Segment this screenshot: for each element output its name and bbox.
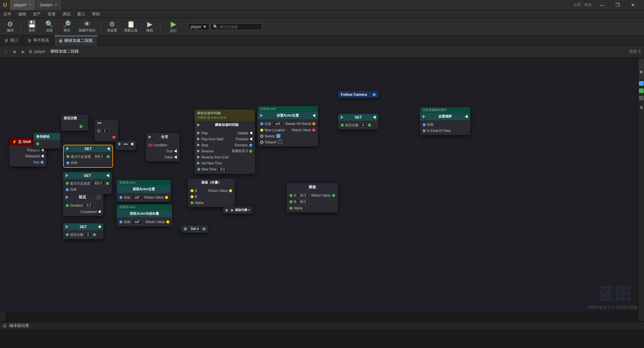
- timeline-stop-label: Stop: [201, 143, 208, 147]
- sidebar-right-btn-1[interactable]: [639, 81, 644, 86]
- tab-sedan[interactable]: Sedan• ✕: [36, 0, 62, 10]
- hide-unrelated-button[interactable]: 👁 隐藏不相关: [76, 19, 98, 34]
- set-300-speed-label: 最大行走速度: [70, 181, 90, 186]
- tab-player-close[interactable]: ✕: [29, 3, 31, 7]
- set-600-header: SET: [64, 145, 112, 152]
- set-presscount-top-out: [373, 116, 376, 119]
- node-set-600[interactable]: SET 最大行走速度 600.0 目标: [63, 145, 113, 168]
- forward-button[interactable]: ▶: [19, 48, 27, 55]
- node-set-actor-pos[interactable]: 目标是Actor 设置Actor位置 目标 self Sweep Hit Res…: [258, 106, 318, 146]
- node-set-presscount-top[interactable]: SET 按压次数 0: [338, 114, 378, 130]
- node-gte[interactable]: >= 2: [95, 120, 118, 141]
- node-follow-camera[interactable]: Follow Camera: [338, 91, 378, 98]
- menu-file[interactable]: 文件: [0, 10, 15, 18]
- tab-viewport[interactable]: ⊞ 视口: [0, 36, 23, 46]
- node-lerp-vector[interactable]: 插值（向量） A Return Value B Alpha: [188, 179, 235, 207]
- node-branch[interactable]: 分支 Condition True False: [146, 133, 179, 161]
- simulate-button[interactable]: ▶ 模拟: [142, 19, 158, 34]
- set-actor-target-label: 目标: [265, 122, 271, 126]
- viewport-label: 视口: [10, 38, 18, 43]
- set-presscount-bot-body: 按压次数 0: [63, 230, 103, 239]
- class-defaults-button[interactable]: 📋 类默认值: [121, 19, 140, 34]
- timeline-setnew-row: Set New Time: [195, 160, 255, 166]
- node-increment[interactable]: ++: [116, 141, 136, 150]
- node-set-300[interactable]: SET 最大行走速度 300.0 目标: [63, 172, 112, 194]
- sidebar-right-vars[interactable]: 变量: [639, 59, 644, 79]
- node-val-500[interactable]: 500.0: [181, 225, 208, 233]
- set-presscount-bot-label: 按压次数: [70, 232, 84, 237]
- menu-window[interactable]: 窗口: [74, 10, 89, 18]
- menu-help[interactable]: 帮助: [89, 10, 103, 18]
- set-fov-exec-in: [423, 115, 425, 118]
- menu-view[interactable]: 查看: [44, 10, 59, 18]
- node-set-fov[interactable]: 目标是摄像机组件 设置视野 目标 In Field Of View: [420, 107, 470, 135]
- branch-cond-row: Condition: [146, 142, 179, 148]
- get-actor-fwd-ret-pin: [166, 220, 169, 223]
- node-char-move[interactable]: 角色移动: [34, 133, 60, 148]
- node-set-presscount-bot[interactable]: SET 按压次数 0: [63, 223, 103, 239]
- run-button[interactable]: ▶ 运行: [163, 19, 183, 34]
- compile-label: 编译: [7, 28, 13, 33]
- save-icon: 💾: [28, 21, 36, 27]
- node-delay[interactable]: 延迟 Duration 0.2 Completed: [63, 193, 103, 216]
- tab-event-graph[interactable]: ⊞ 事件图表: [23, 36, 54, 46]
- sidebar-right-btn-2[interactable]: [639, 88, 644, 93]
- bottom-header: ⚙ 编译器结果: [0, 322, 644, 330]
- set-actor-target-pin: [260, 122, 263, 125]
- tab-player[interactable]: player• ✕: [10, 0, 36, 10]
- tab-teleport-jump[interactable]: ⊞ 瞬移加速二段跳: [54, 36, 98, 46]
- timeline-finished-label: Finished: [235, 137, 248, 141]
- compile-button[interactable]: ⚙ 编译: [2, 19, 18, 34]
- find-icon: 🔎: [63, 21, 71, 27]
- find-button[interactable]: 🔎 查找: [59, 19, 75, 34]
- follow-camera-title: Follow Camera: [341, 92, 371, 96]
- blueprint-canvas[interactable]: ⚡ 左 Shift Pressed Released Key: [0, 58, 644, 311]
- node-lerp-float[interactable]: 插值 A 50.0 Return Value B 90.0: [287, 183, 338, 212]
- press-count-out-pin: [79, 125, 83, 128]
- favorite-star-icon[interactable]: ☆: [3, 48, 8, 55]
- node-get-actor-fwd[interactable]: 目标是Actor 获取Actor向前向量 目标 self Return Valu…: [117, 204, 172, 226]
- tab-sedan-close[interactable]: ✕: [55, 3, 57, 7]
- node-get-actor-pos[interactable]: 目标是Actor 获取Actor位置 目标 self Return Value: [117, 180, 171, 202]
- menu-edit[interactable]: 编辑: [15, 10, 30, 18]
- set-actor-teleport-checkbox[interactable]: [278, 140, 282, 144]
- node-press-count[interactable]: 按压次数: [61, 115, 88, 131]
- save-button[interactable]: 💾 保存: [24, 19, 40, 34]
- sidebar-right-btn-3[interactable]: [639, 96, 644, 100]
- get-actor-fwd-header: 获取Actor向前向量: [117, 210, 172, 217]
- menu-debug[interactable]: 调试: [59, 10, 74, 18]
- breadcrumb-player[interactable]: player: [34, 49, 45, 54]
- close-button[interactable]: ✕: [625, 0, 641, 10]
- get-actor-pos-self: self: [132, 195, 142, 200]
- set-actor-sweep-checkbox[interactable]: [276, 134, 280, 138]
- delay-completed-row: Completed: [63, 209, 103, 215]
- menu-assets[interactable]: 资产: [30, 10, 44, 18]
- debug-filter-input[interactable]: [219, 25, 260, 29]
- set-fov-val-pin: [423, 129, 426, 132]
- lerp-vec-a-pin: [191, 189, 194, 192]
- player-dropdown[interactable]: player ▼: [188, 23, 209, 30]
- browse-button[interactable]: 🔍 浏览: [41, 19, 57, 34]
- get-actor-pos-title: 获取Actor位置: [119, 187, 168, 192]
- set-600-target-label: 目标: [71, 160, 77, 165]
- node-timeline-info[interactable]: 瞬移加速时间轴 已暂停 @ 0.00 s (0.0) 瞬移加速时间轴 Play …: [195, 110, 255, 174]
- class-settings-button[interactable]: ⚙ 类设置: [104, 19, 120, 34]
- maximize-button[interactable]: ❐: [610, 0, 625, 10]
- branch-exec-in: [149, 135, 151, 139]
- minimize-button[interactable]: —: [594, 0, 610, 10]
- set-600-speed-pin: [66, 155, 69, 158]
- node-add-pin[interactable]: 添加引脚 +: [223, 207, 253, 214]
- search-box[interactable]: 🔍: [211, 23, 262, 30]
- branch-true-row: True: [146, 148, 179, 154]
- set-presscount-top-out-pin: [368, 124, 371, 127]
- lerp-float-title: 插值: [289, 185, 335, 190]
- get-actor-fwd-target-label: 目标: [124, 220, 130, 224]
- set-presscount-bot-title: SET: [70, 225, 97, 229]
- set-actor-sweep-chk-label: Sweep: [265, 134, 275, 138]
- timeline-setnew-in: [197, 161, 200, 165]
- val-500-out: [203, 227, 206, 230]
- branch-cond-label: Condition: [153, 143, 167, 147]
- char-move-body: [34, 140, 60, 148]
- lerp-float-b-pin: [289, 200, 292, 203]
- back-button[interactable]: ◀: [10, 48, 17, 55]
